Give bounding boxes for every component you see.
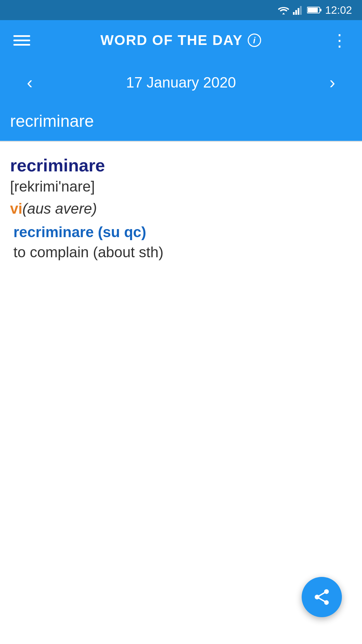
- phonetic-text: [rekrimi'nare]: [10, 178, 352, 195]
- current-date: 17 January 2020: [53, 74, 309, 91]
- status-bar: 12:02: [0, 0, 362, 20]
- svg-rect-0: [293, 12, 295, 15]
- word-tab-label: recriminare: [10, 112, 94, 130]
- hamburger-line-3: [13, 44, 30, 46]
- word-tab: recriminare: [0, 105, 362, 141]
- battery-icon: [307, 6, 322, 14]
- next-date-button[interactable]: ›: [323, 70, 342, 95]
- svg-rect-6: [320, 9, 321, 11]
- svg-rect-5: [308, 8, 318, 12]
- info-icon[interactable]: i: [248, 34, 261, 47]
- svg-rect-2: [298, 8, 299, 15]
- prev-date-button[interactable]: ‹: [20, 70, 39, 95]
- signal-icon: [293, 5, 304, 15]
- status-time: 12:02: [325, 4, 352, 16]
- hamburger-line-2: [13, 40, 30, 41]
- wifi-icon: [278, 5, 290, 15]
- phrase-text: recriminare (su qc): [10, 224, 352, 240]
- share-fab-button[interactable]: [302, 577, 342, 617]
- app-bar: WORD OF THE DAY i ⋮: [0, 20, 362, 60]
- app-title-container: WORD OF THE DAY i: [100, 32, 261, 48]
- share-icon: [312, 588, 331, 606]
- hamburger-line-1: [13, 35, 30, 37]
- svg-rect-3: [300, 6, 302, 15]
- grammar-rest: (aus avere): [22, 200, 97, 217]
- grammar-type: vi: [10, 200, 22, 217]
- grammar-line: vi(aus avere): [10, 200, 352, 217]
- hamburger-menu-button[interactable]: [10, 32, 34, 49]
- word-content: recriminare [rekrimi'nare] vi(aus avere)…: [0, 142, 362, 274]
- svg-rect-1: [295, 10, 297, 15]
- status-icons: 12:02: [278, 4, 352, 16]
- translation-text: to complain (about sth): [10, 244, 352, 261]
- app-title: WORD OF THE DAY: [100, 32, 243, 48]
- date-navigation: ‹ 17 January 2020 ›: [0, 60, 362, 105]
- word-heading: recriminare: [10, 155, 352, 175]
- more-options-button[interactable]: ⋮: [328, 29, 352, 52]
